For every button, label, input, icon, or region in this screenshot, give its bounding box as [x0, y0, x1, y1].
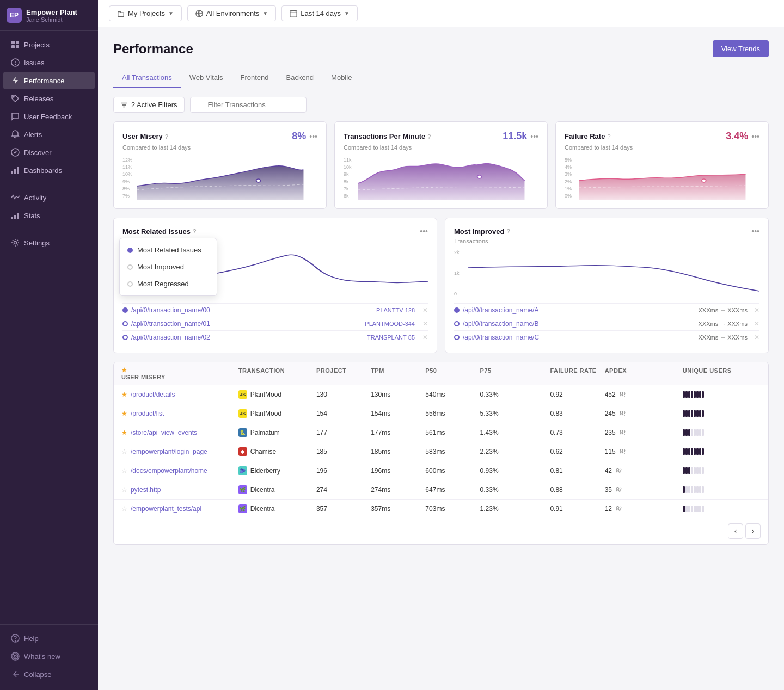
svg-point-8: [13, 96, 14, 97]
td-star[interactable]: ★ /product/details: [121, 391, 238, 398]
sidebar-item-discover[interactable]: Discover: [3, 144, 95, 161]
dropdown-most-regressed[interactable]: Most Regressed: [120, 275, 217, 292]
most-improved-more-icon[interactable]: •••: [751, 227, 759, 236]
environment-dropdown[interactable]: All Environments ▼: [187, 5, 276, 21]
next-page-button[interactable]: ›: [745, 523, 761, 539]
analysis-cards: Most Related Issues ? ••• Suggested Tran…: [113, 218, 769, 353]
transaction-remove-1[interactable]: ✕: [422, 320, 428, 328]
project-dropdown[interactable]: My Projects ▼: [109, 5, 182, 21]
star-toggle[interactable]: ★: [121, 429, 127, 436]
star-toggle[interactable]: ☆: [121, 505, 127, 513]
improved-remove-2[interactable]: ✕: [754, 334, 759, 341]
transaction-link-1[interactable]: /api/0/transaction_name/01: [131, 320, 210, 328]
th-p50[interactable]: P50: [425, 367, 480, 374]
th-project[interactable]: PROJECT: [316, 367, 371, 374]
dropdown-most-improved[interactable]: Most Improved: [120, 258, 217, 275]
td-transaction-link[interactable]: /docs/empowerplant/home: [131, 467, 207, 475]
td-star[interactable]: ☆ /empowerplant/login_page: [121, 448, 238, 455]
star-toggle[interactable]: ★: [121, 391, 127, 398]
tab-backend[interactable]: Backend: [277, 68, 322, 88]
tab-web-vitals[interactable]: Web Vitals: [181, 68, 232, 88]
td-star[interactable]: ★ /store/api_view_events: [121, 429, 238, 436]
th-failure-rate[interactable]: FAILURE RATE: [550, 367, 604, 374]
tab-mobile[interactable]: Mobile: [322, 68, 360, 88]
sidebar-item-help[interactable]: Help: [3, 630, 95, 647]
th-apdex[interactable]: APDEX: [605, 367, 683, 374]
sidebar-item-dashboards[interactable]: Dashboards: [3, 162, 95, 179]
star-toggle[interactable]: ☆: [121, 448, 127, 455]
td-transaction-link[interactable]: /empowerplant/login_page: [131, 448, 207, 455]
filter-input[interactable]: [190, 97, 307, 113]
settings-icon: [11, 238, 20, 247]
sidebar-item-activity[interactable]: Activity: [3, 189, 95, 206]
most-related-more-icon[interactable]: •••: [420, 227, 428, 236]
failure-rate-value: 3.4%: [726, 131, 748, 142]
view-trends-button[interactable]: View Trends: [713, 40, 769, 57]
tab-frontend[interactable]: Frontend: [231, 68, 277, 88]
td-star[interactable]: ☆ pytest.http: [121, 486, 238, 494]
project-name: Dicentra: [250, 486, 275, 494]
user-misery-chart: 12%11%10%9%8%7%: [122, 156, 317, 200]
tab-all-transactions[interactable]: All Transactions: [113, 68, 181, 88]
star-toggle[interactable]: ☆: [121, 486, 127, 494]
transaction-remove-2[interactable]: ✕: [422, 334, 428, 341]
improved-remove-0[interactable]: ✕: [754, 306, 759, 314]
sidebar-item-stats[interactable]: Stats: [3, 207, 95, 224]
tpm-more-icon[interactable]: •••: [530, 132, 538, 141]
user-misery-title: User Misery ?: [122, 132, 168, 140]
td-transaction-link[interactable]: /product/list: [131, 410, 164, 417]
td-transaction-link[interactable]: /store/api_view_events: [131, 429, 197, 436]
sidebar-item-user-feedback[interactable]: User Feedback: [3, 108, 95, 125]
sidebar-item-projects[interactable]: Projects: [3, 36, 95, 53]
transaction-link-0[interactable]: /api/0/transaction_name/00: [131, 306, 210, 314]
td-star[interactable]: ☆ /empowerplant_tests/api: [121, 505, 238, 513]
th-transaction[interactable]: TRANSACTION: [238, 367, 316, 374]
user-misery-help-icon[interactable]: ?: [165, 133, 168, 140]
sidebar-item-performance[interactable]: Performance: [3, 72, 95, 89]
th-tpm[interactable]: TPM: [371, 367, 425, 374]
dropdown-most-related[interactable]: Most Related Issues: [120, 242, 217, 258]
most-improved-help-icon[interactable]: ?: [506, 228, 510, 235]
sidebar-item-alerts[interactable]: Alerts: [3, 126, 95, 143]
star-toggle[interactable]: ★: [121, 410, 127, 417]
td-failure-rate: 0.33%: [480, 486, 550, 494]
tpm-help-icon[interactable]: ?: [427, 133, 431, 140]
transaction-radio-1: [122, 321, 128, 326]
sidebar-item-releases[interactable]: Releases: [3, 90, 95, 107]
th-p75[interactable]: P75: [480, 367, 550, 374]
td-star[interactable]: ☆ /docs/empowerplant/home: [121, 467, 238, 475]
sidebar-item-settings[interactable]: Settings: [3, 234, 95, 251]
td-transaction-link[interactable]: pytest.http: [131, 486, 161, 494]
improved-link-0[interactable]: /api/0/transaction_name/A: [463, 306, 538, 314]
prev-page-button[interactable]: ‹: [728, 523, 743, 539]
td-star[interactable]: ★ /product/list: [121, 410, 238, 417]
sidebar-item-whats-new[interactable]: What's new: [3, 648, 95, 665]
td-apdex: 0.81: [550, 467, 604, 475]
sidebar-item-issues[interactable]: Issues: [3, 54, 95, 71]
dropdown-radio-most-regressed: [127, 281, 133, 287]
th-unique-users[interactable]: UNIQUE USERS: [683, 367, 761, 374]
transaction-remove-0[interactable]: ✕: [422, 306, 428, 314]
misery-seg: [696, 429, 699, 436]
th-user-misery[interactable]: USER MISERY: [121, 374, 238, 380]
activity-icon: [11, 193, 20, 202]
td-failure-rate: 1.43%: [480, 429, 550, 436]
improved-remove-1[interactable]: ✕: [754, 320, 759, 328]
most-related-help-icon[interactable]: ?: [193, 228, 197, 235]
td-transaction-link[interactable]: /product/details: [131, 391, 175, 398]
failure-rate-card: Failure Rate ? 3.4% ••• Compared to last…: [555, 121, 769, 209]
most-improved-header: Most Improved ? •••: [454, 227, 759, 236]
improved-link-1[interactable]: /api/0/transaction_name/B: [463, 320, 538, 328]
transaction-link-2[interactable]: /api/0/transaction_name/02: [131, 334, 210, 341]
td-apdex: 0.88: [550, 486, 604, 494]
star-toggle[interactable]: ☆: [121, 467, 127, 475]
user-misery-more-icon[interactable]: •••: [309, 132, 317, 141]
misery-seg: [699, 429, 701, 436]
failure-rate-help-icon[interactable]: ?: [607, 133, 610, 140]
active-filters-button[interactable]: 2 Active Filters: [113, 97, 185, 113]
improved-link-2[interactable]: /api/0/transaction_name/C: [463, 334, 539, 341]
timerange-dropdown[interactable]: Last 14 days ▼: [281, 5, 358, 21]
sidebar-item-collapse[interactable]: Collapse: [3, 666, 95, 683]
td-transaction-link[interactable]: /empowerplant_tests/api: [131, 505, 201, 513]
failure-rate-more-icon[interactable]: •••: [751, 132, 759, 141]
